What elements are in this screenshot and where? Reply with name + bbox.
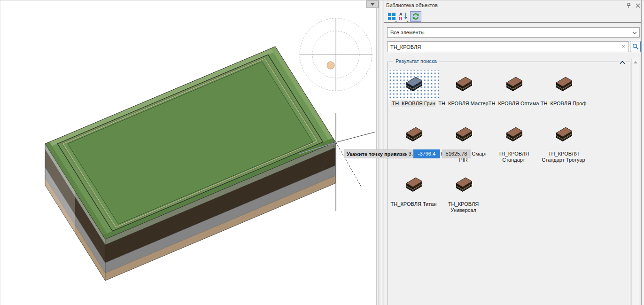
roof-slab-icon	[453, 76, 474, 94]
roof-slab-icon	[453, 126, 474, 145]
library-item-iconbox	[438, 70, 489, 100]
roof-slab-icon	[553, 126, 574, 145]
roof-slab-icon	[403, 76, 425, 94]
library-item-label: ТН_КРОВЛЯ Грин	[388, 101, 439, 107]
library-item[interactable]: ТН_КРОВЛЯ Мастер	[438, 70, 489, 107]
library-item-iconbox	[388, 171, 439, 201]
library-item-label: ТН_КРОВЛЯ Проф	[538, 101, 589, 107]
library-item-iconbox	[538, 70, 589, 100]
library-item-label: ТН_КРОВЛЯ Титан	[388, 201, 439, 207]
library-item-label: ТН_КРОВЛЯ Универсал	[438, 201, 489, 213]
chevron-down-icon	[371, 3, 374, 6]
roof-slab-icon	[503, 126, 525, 145]
navigation-wheel[interactable]	[300, 18, 372, 91]
library-item-iconbox	[438, 171, 489, 201]
wheel-drag-dot[interactable]	[327, 62, 334, 69]
coordinate-x-fragment[interactable]: 3.	[407, 149, 413, 158]
coordinate-y-input[interactable]: -3796.4	[413, 149, 440, 158]
library-item[interactable]: ТН_КРОВЛЯ Грин	[388, 70, 439, 107]
library-item[interactable]: ТН_КРОВЛЯ Стандарт	[489, 120, 539, 163]
library-item-iconbox	[388, 120, 439, 150]
triangle-up-icon	[634, 61, 637, 63]
roof-slab-icon	[403, 126, 425, 145]
library-item[interactable]: ТН_КРОВЛЯ Универсал	[438, 171, 489, 213]
library-item-iconbox	[489, 120, 539, 150]
roof-slab-icon	[453, 176, 474, 195]
results-scrollbar[interactable]	[631, 58, 639, 305]
roof-slab-icon	[403, 176, 425, 195]
library-item-iconbox	[388, 70, 439, 100]
library-item[interactable]: ТН_КРОВЛЯ Проф	[538, 70, 589, 107]
application-window: Библиотека объектов	[0, 0, 644, 305]
library-item-iconbox	[438, 120, 489, 150]
drawing-viewport[interactable]	[0, 0, 379, 305]
library-item[interactable]: ТН_КРОВЛЯ Стандарт Тротуар	[538, 120, 589, 163]
library-item-label: ТН_КРОВЛЯ Стандарт	[489, 151, 539, 163]
roof-3d-model[interactable]	[45, 47, 335, 281]
coordinate-z-input[interactable]: 51625.78	[442, 149, 471, 158]
panel-right-margin	[642, 0, 644, 305]
viewport-menu-button[interactable]	[366, 0, 379, 8]
library-item[interactable]: ТН_КРОВЛЯ Титан	[388, 171, 439, 207]
library-item-iconbox	[489, 70, 539, 100]
library-item-label: ТН_КРОВЛЯ Оптима	[489, 101, 539, 107]
roof-slab-icon	[553, 76, 574, 94]
library-item[interactable]: ТН_КРОВЛЯ Оптима	[489, 70, 539, 107]
scroll-up-button[interactable]	[632, 58, 639, 66]
library-item-label: ТН_КРОВЛЯ Мастер	[438, 101, 489, 107]
library-item-iconbox	[538, 120, 589, 150]
library-item[interactable]	[388, 120, 439, 151]
roof-slab-icon	[503, 76, 525, 94]
library-item-label: ТН_КРОВЛЯ Стандарт Тротуар	[538, 151, 589, 163]
viewport-canvas	[0, 0, 379, 305]
snap-prompt-tooltip: Укажите точку привязки:	[344, 149, 412, 158]
